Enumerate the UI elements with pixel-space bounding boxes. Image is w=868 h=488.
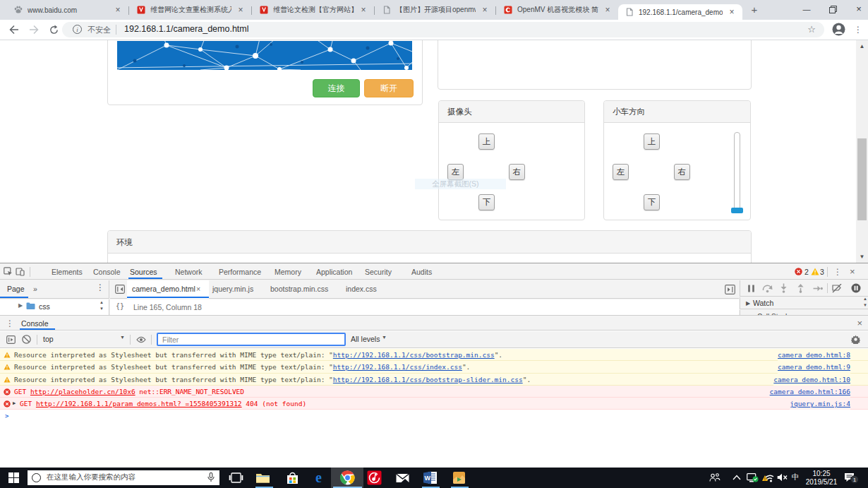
source-location-link[interactable]: jquery.min.js:4 (790, 398, 850, 410)
taskbar-search-box[interactable]: 在这里输入你要搜索的内容 (28, 470, 219, 485)
tab-close-icon[interactable]: × (236, 5, 246, 15)
scroll-down-icon[interactable]: ▼ (859, 254, 865, 260)
connect-button[interactable]: 连接 (313, 79, 360, 97)
camera-up-button[interactable]: 上 (478, 133, 495, 150)
log-link[interactable]: http://192.168.1.1/css/bootstrap-slider.… (333, 376, 523, 383)
address-bar[interactable]: i 不安全 192.168.1.1/camera_demo.html ☆ (62, 22, 824, 37)
step-into-icon[interactable] (780, 283, 788, 293)
scroll-up-icon[interactable]: ▲ (859, 43, 865, 49)
console-prompt-row[interactable]: > (0, 410, 868, 422)
hide-navigator-icon[interactable] (115, 285, 125, 294)
console-sidebar-icon[interactable] (6, 335, 16, 344)
hide-debugger-sidebar-icon[interactable] (725, 285, 735, 294)
deactivate-breakpoints-icon[interactable] (832, 284, 843, 293)
file-explorer-icon[interactable] (255, 470, 270, 485)
page-scrollbar[interactable]: ▲ ▼ (856, 40, 868, 263)
safely-remove-hardware-icon[interactable] (747, 473, 759, 482)
file-tab-close-icon[interactable]: × (196, 285, 200, 293)
camera-down-button[interactable]: 下 (478, 194, 495, 210)
volume-muted-tray-icon[interactable] (777, 473, 788, 482)
car-up-button[interactable]: 上 (644, 133, 660, 150)
word-icon[interactable]: W (423, 470, 438, 485)
error-badge-icon[interactable] (795, 268, 802, 275)
file-tab-index-css[interactable]: index.css (346, 285, 377, 293)
braces-icon[interactable]: {} (116, 302, 124, 310)
step-over-icon[interactable] (762, 284, 773, 293)
microsoft-store-icon[interactable] (285, 470, 300, 485)
car-down-button[interactable]: 下 (644, 194, 660, 210)
step-out-icon[interactable] (797, 283, 804, 293)
file-tab-bootstrap-css[interactable]: bootstrap.min.css (270, 285, 328, 293)
console-warning-row[interactable]: Resource interpreted as Stylesheet but t… (0, 361, 868, 373)
forward-icon[interactable] (27, 23, 41, 37)
pause-on-exceptions-icon[interactable] (851, 283, 861, 293)
browser-tab-csdn-openmv[interactable]: OpenMV 机器视觉模块 简介 × (497, 0, 618, 20)
browser-tab-baidu[interactable]: www.baidu.com × (7, 0, 128, 20)
tree-expand-icon[interactable]: ▶ (18, 302, 23, 309)
warning-badge-icon[interactable] (811, 268, 819, 275)
pause-script-icon[interactable] (747, 284, 756, 293)
bookmark-star-icon[interactable]: ☆ (807, 24, 816, 35)
console-error-row[interactable]: GET http://placeholder.cn/10x6 net::ERR_… (0, 386, 868, 398)
source-location-link[interactable]: camera_demo.html:10 (773, 374, 850, 386)
profile-avatar-icon[interactable] (831, 22, 846, 37)
scrollbar-thumb[interactable] (857, 138, 867, 220)
window-restore-button[interactable] (822, 0, 843, 20)
tab-close-icon[interactable]: × (480, 5, 490, 15)
source-location-link[interactable]: camera_demo.html:166 (770, 386, 850, 398)
console-error-row[interactable]: ▶ GET http://192.168.1.1/param_demos.htm… (0, 398, 868, 410)
console-filter-input[interactable]: Filter (157, 333, 346, 346)
speed-slider-track[interactable] (734, 132, 740, 213)
photos-app-icon[interactable] (452, 470, 466, 485)
watch-section[interactable]: ▶ Watch ▲ ▼ (740, 297, 868, 309)
edge-browser-icon[interactable]: e (311, 470, 326, 485)
source-location-link[interactable]: camera_demo.html:8 (778, 349, 850, 361)
log-link[interactable]: http://192.168.1.1/css/index.css (333, 363, 462, 371)
watch-expand-icon[interactable]: ▶ (746, 300, 750, 307)
live-expression-eye-icon[interactable] (136, 336, 146, 343)
console-warning-row[interactable]: Resource interpreted as Stylesheet but t… (0, 374, 868, 386)
more-tabs-icon[interactable]: » (33, 285, 37, 293)
camera-right-button[interactable]: 右 (509, 164, 525, 180)
camera-left-button[interactable]: 左 (447, 164, 464, 180)
car-left-button[interactable]: 左 (613, 164, 629, 180)
sidebar-scroll-down-icon[interactable]: ▼ (863, 303, 867, 307)
microphone-icon[interactable] (207, 472, 215, 482)
sidebar-scroll-up-icon[interactable]: ▲ (863, 297, 867, 301)
car-right-button[interactable]: 右 (674, 164, 690, 180)
url-text[interactable]: 192.168.1.1/camera_demo.html (124, 24, 249, 34)
tab-close-icon[interactable]: × (727, 7, 737, 17)
console-settings-gear-icon[interactable] (851, 335, 860, 344)
expand-triangle-icon[interactable]: ▶ (13, 398, 16, 410)
levels-dropdown-icon[interactable]: ▼ (382, 335, 387, 340)
file-tab-camera-demo[interactable]: camera_demo.html (132, 285, 195, 293)
start-button-icon[interactable] (8, 472, 19, 483)
window-minimize-button[interactable]: — (796, 0, 817, 20)
netease-music-icon[interactable] (367, 470, 382, 485)
browser-tab-weipu-official[interactable]: 维普论文检测【官方网站】-维 × (253, 0, 374, 20)
browser-tab-weipu-check[interactable]: 维普网论文查重检测系统入口 × (130, 0, 251, 20)
taskbar-clock[interactable]: 10:25 2019/5/21 (804, 470, 838, 487)
log-link[interactable]: http://placeholder.cn/10x6 (30, 388, 135, 395)
speed-slider-handle[interactable] (731, 208, 743, 213)
context-dropdown-icon[interactable]: ▼ (120, 335, 125, 340)
console-warning-row[interactable]: Resource interpreted as Stylesheet but t… (0, 349, 868, 361)
browser-menu-icon[interactable]: ⋮ (853, 23, 863, 37)
log-link[interactable]: http://192.168.1.1/css/bootstrap.min.css (333, 351, 495, 359)
wifi-warning-tray-icon[interactable] (762, 472, 774, 482)
tray-expand-chevron-icon[interactable] (733, 475, 741, 480)
tree-scroll-up-icon[interactable]: ▲ (100, 300, 104, 304)
tab-close-icon[interactable]: × (603, 5, 613, 15)
devtools-close-icon[interactable]: × (850, 264, 855, 280)
ime-indicator[interactable]: 中 (792, 472, 800, 482)
log-link[interactable]: http://192.168.1.1/param_demos.html?_=15… (36, 400, 242, 407)
tab-close-icon[interactable]: × (113, 5, 123, 15)
drawer-close-icon[interactable]: × (857, 316, 862, 331)
reload-icon[interactable] (47, 23, 61, 37)
tab-close-icon[interactable]: × (358, 5, 368, 15)
browser-tab-active-camera-demo[interactable]: 192.168.1.1/camera_demo × (618, 4, 742, 20)
security-label[interactable]: 不安全 (88, 25, 111, 35)
clear-console-icon[interactable] (22, 335, 31, 344)
drawer-menu-icon[interactable]: ⋮ (6, 316, 14, 331)
new-tab-button[interactable]: + (748, 4, 761, 16)
